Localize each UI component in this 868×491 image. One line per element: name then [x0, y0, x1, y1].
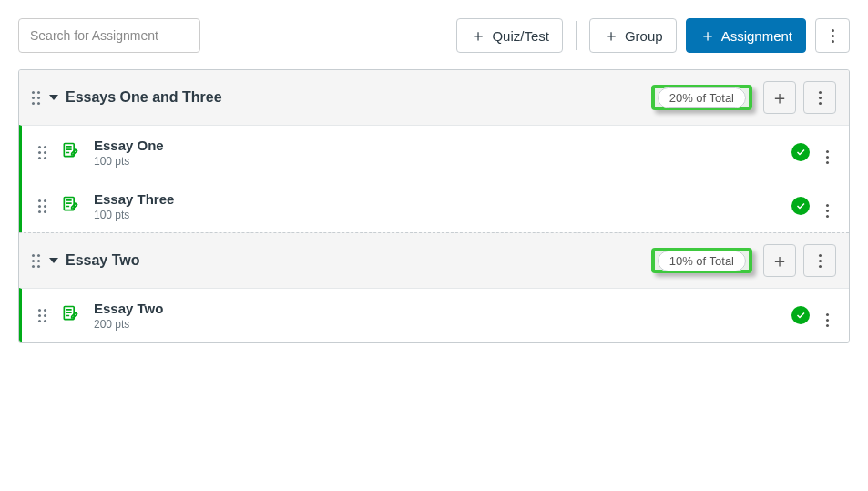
plus-icon: ＋	[771, 88, 789, 107]
group-title: Essay Two	[66, 252, 140, 269]
plus-icon: ＋	[603, 27, 619, 44]
weight-text: 10% of Total	[658, 251, 746, 271]
group-items: Essay Two 200 pts	[19, 288, 849, 342]
group-items: Essay One 100 pts Essay Three 100 pts	[19, 125, 849, 232]
plus-icon: ＋	[771, 251, 789, 270]
item-menu-button[interactable]	[822, 190, 832, 221]
assignment-points: 100 pts	[94, 209, 791, 221]
published-icon[interactable]	[791, 306, 810, 324]
collapse-toggle-icon[interactable]	[49, 258, 58, 263]
group-label: Group	[625, 28, 663, 44]
plus-icon: ＋	[700, 27, 716, 44]
more-icon	[826, 204, 829, 218]
assignment-icon	[61, 141, 79, 163]
drag-handle-icon[interactable]	[38, 199, 46, 213]
assignment-icon	[61, 304, 79, 326]
assignment-title: Essay Three	[94, 191, 791, 207]
plus-icon: ＋	[470, 27, 486, 44]
group-actions: ＋	[763, 244, 836, 277]
item-menu-button[interactable]	[822, 137, 832, 168]
drag-handle-icon[interactable]	[38, 309, 46, 322]
more-icon	[826, 313, 829, 327]
assignment-title: Essay Two	[94, 301, 791, 316]
group-actions: ＋	[763, 81, 836, 114]
add-group-button[interactable]: ＋Group	[589, 18, 677, 53]
assignment-row[interactable]: Essay Two 200 pts	[19, 288, 849, 342]
assignment-points: 200 pts	[94, 318, 791, 331]
group-header: Essays One and Three 20% of Total ＋	[19, 70, 849, 125]
assignment-points: 100 pts	[94, 155, 791, 168]
toolbar: ＋Quiz/Test ＋Group ＋Assignment	[18, 18, 850, 53]
group-header: Essay Two 10% of Total ＋	[19, 233, 849, 288]
collapse-toggle-icon[interactable]	[49, 95, 58, 100]
drag-handle-icon[interactable]	[32, 91, 40, 105]
add-item-button[interactable]: ＋	[763, 81, 796, 114]
weight-text: 20% of Total	[658, 87, 746, 108]
more-options-button[interactable]	[815, 18, 850, 53]
item-body: Essay Three 100 pts	[94, 191, 791, 221]
add-item-button[interactable]: ＋	[763, 244, 796, 277]
published-icon[interactable]	[791, 143, 810, 161]
drag-handle-icon[interactable]	[38, 146, 46, 159]
item-body: Essay Two 200 pts	[94, 301, 791, 331]
more-icon	[832, 29, 834, 43]
drag-handle-icon[interactable]	[32, 254, 40, 268]
divider	[576, 21, 577, 50]
published-icon[interactable]	[791, 197, 810, 215]
group-menu-button[interactable]	[803, 81, 836, 114]
group-menu-button[interactable]	[803, 244, 836, 277]
more-icon	[819, 91, 822, 105]
group-title: Essays One and Three	[66, 89, 222, 106]
assignment-icon	[61, 195, 79, 217]
weight-badge: 10% of Total	[651, 248, 752, 273]
item-body: Essay One 100 pts	[94, 138, 791, 168]
search-input[interactable]	[18, 18, 200, 53]
assignment-label: Assignment	[721, 28, 792, 44]
assignment-row[interactable]: Essay One 100 pts	[19, 125, 849, 179]
item-menu-button[interactable]	[822, 300, 832, 331]
assignment-title: Essay One	[94, 138, 791, 153]
assignment-row[interactable]: Essay Three 100 pts	[19, 179, 849, 232]
more-icon	[819, 254, 822, 268]
assignment-group: Essay Two 10% of Total ＋ Essay Two 200 p…	[19, 233, 849, 342]
more-icon	[826, 150, 829, 164]
quiz-label: Quiz/Test	[492, 28, 549, 44]
assignments-panel: Essays One and Three 20% of Total ＋ Essa…	[18, 69, 850, 343]
assignment-group: Essays One and Three 20% of Total ＋ Essa…	[19, 70, 849, 232]
add-assignment-button[interactable]: ＋Assignment	[686, 18, 806, 53]
weight-badge: 20% of Total	[651, 85, 752, 110]
add-quiz-button[interactable]: ＋Quiz/Test	[456, 18, 563, 53]
